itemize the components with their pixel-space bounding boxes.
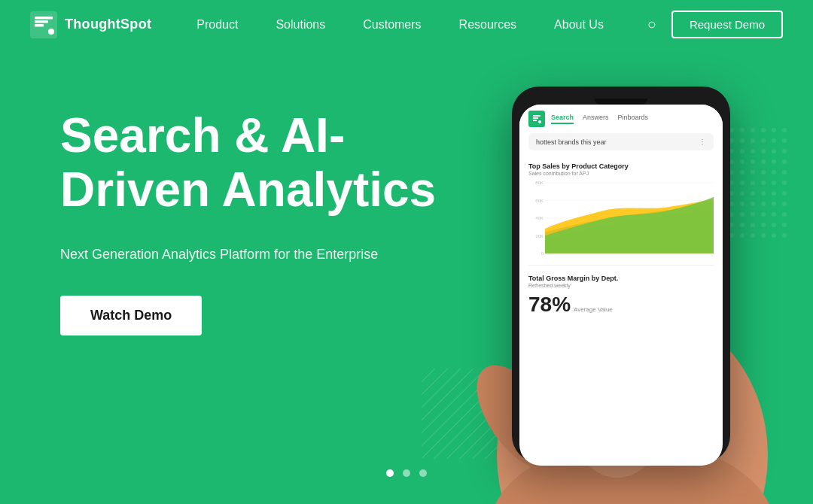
- chart1-title: Top Sales by Product Category: [528, 162, 714, 170]
- nav-right-area: ○ Request Demo: [647, 11, 783, 38]
- hero-subtitle: Next Generation Analytics Platform for t…: [60, 247, 422, 263]
- brand-name: ThoughtSpot: [65, 17, 151, 32]
- hero-title: Search & AI-Driven Analytics: [60, 109, 482, 217]
- logo-area[interactable]: ThoughtSpot: [30, 11, 151, 38]
- logo-icon: [30, 11, 57, 38]
- carousel-dot-3[interactable]: [419, 469, 427, 477]
- metric-value-row: 78% Average Value: [528, 293, 714, 317]
- metric-avg-label: Average Value: [574, 306, 613, 313]
- metric-value: 78%: [528, 293, 571, 317]
- chart1-y-labels: 80K 60K 40K 20K 0: [528, 181, 545, 256]
- phone-tab-search[interactable]: Search: [551, 114, 574, 124]
- svg-rect-95: [533, 120, 537, 121]
- svg-rect-1: [35, 17, 53, 20]
- request-demo-button[interactable]: Request Demo: [671, 11, 783, 38]
- y-label-60k: 60K: [528, 199, 544, 203]
- chart1-svg: [545, 181, 714, 256]
- svg-point-96: [538, 120, 541, 123]
- carousel-dots: [386, 469, 427, 477]
- phone-app-header: Search Answers Pinboards: [519, 105, 723, 130]
- navbar: ThoughtSpot Product Solutions Customers …: [0, 0, 813, 49]
- phone-search-text: hottest brands this year: [536, 138, 607, 146]
- phone-tab-pinboards[interactable]: Pinboards: [618, 114, 649, 124]
- phone-search-bar[interactable]: hottest brands this year ⋮: [528, 133, 714, 150]
- nav-solutions[interactable]: Solutions: [276, 18, 325, 32]
- watch-demo-button[interactable]: Watch Demo: [60, 296, 202, 335]
- phone-metric-section: Total Gross Margin by Dept. Refreshed we…: [519, 269, 723, 323]
- svg-rect-2: [35, 20, 48, 23]
- phone-app-logo: [528, 111, 545, 127]
- nav-customers[interactable]: Customers: [363, 18, 421, 32]
- y-label-0: 0: [528, 251, 544, 256]
- phone-mockup-container: Search Answers Pinboards hottest brands …: [474, 49, 790, 504]
- metric-title: Total Gross Margin by Dept.: [528, 275, 714, 282]
- metric-subtitle: Refreshed weekly: [528, 283, 714, 288]
- phone-search-dots: ⋮: [699, 138, 706, 146]
- phone-section-divider: [528, 265, 714, 266]
- phone-tabs: Search Answers Pinboards: [551, 114, 648, 124]
- svg-rect-93: [533, 115, 540, 117]
- svg-point-4: [48, 29, 54, 35]
- nav-about[interactable]: About Us: [554, 18, 604, 32]
- globe-icon[interactable]: ○: [647, 16, 656, 33]
- carousel-dot-1[interactable]: [386, 469, 394, 477]
- carousel-dot-2[interactable]: [403, 469, 410, 477]
- nav-links: Product Solutions Customers Resources Ab…: [196, 18, 647, 32]
- nav-product[interactable]: Product: [196, 18, 238, 32]
- y-label-40k: 40K: [528, 216, 544, 220]
- hero-section: Search & AI-Driven Analytics Next Genera…: [0, 49, 813, 504]
- nav-resources[interactable]: Resources: [459, 18, 516, 32]
- y-label-80k: 80K: [528, 181, 544, 185]
- phone-device: Search Answers Pinboards hottest brands …: [512, 87, 730, 463]
- svg-rect-3: [35, 24, 44, 27]
- phone-tab-answers[interactable]: Answers: [583, 114, 609, 124]
- chart1-subtitle: Sales contribution for APJ: [528, 171, 714, 176]
- phone-chart-section: Top Sales by Product Category Sales cont…: [519, 156, 723, 262]
- svg-rect-94: [533, 117, 538, 119]
- y-label-20k: 20K: [528, 234, 544, 238]
